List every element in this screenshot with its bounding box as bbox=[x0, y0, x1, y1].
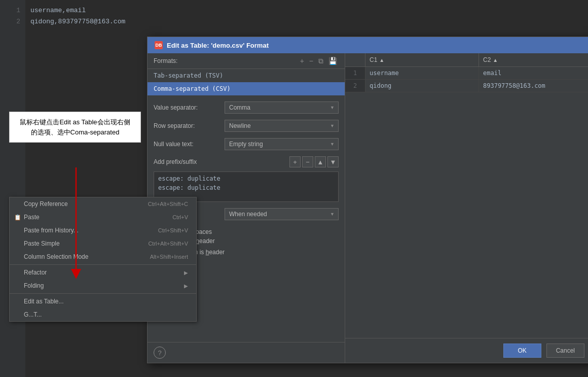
prefix-suffix-toolbar: + − ▲ ▼ bbox=[289, 156, 339, 167]
dialog-bottom-bar: OK Cancel bbox=[345, 338, 588, 363]
code-text-2: qidong,893797758@163.com bbox=[30, 18, 125, 25]
td-row-2-num: 2 bbox=[345, 80, 365, 92]
paste-icon: 📋 bbox=[14, 214, 22, 221]
formats-header: Formats: + − ⧉ 💾 bbox=[148, 53, 345, 69]
menu-item-edit-as-table[interactable]: Edit as Table... bbox=[10, 295, 196, 308]
dialog-app-icon: DB bbox=[156, 43, 162, 48]
null-value-row: Null value text: Empty string NULL bbox=[154, 138, 339, 150]
menu-item-refactor-label: Refactor bbox=[24, 269, 47, 276]
td-row-2-c2[interactable]: 893797758@163.com bbox=[479, 80, 588, 92]
menu-item-paste-simple-shortcut: Ctrl+Alt+Shift+V bbox=[148, 241, 188, 247]
null-value-select[interactable]: Empty string NULL bbox=[225, 138, 339, 150]
menu-item-paste-history-shortcut: Ctrl+Shift+V bbox=[158, 227, 188, 233]
format-item-tsv[interactable]: Tab-separated (TSV) bbox=[148, 69, 345, 82]
menu-item-folding-label: Folding bbox=[24, 282, 44, 289]
value-separator-select-wrapper: Comma Tab Semicolon bbox=[225, 101, 339, 114]
value-separator-select[interactable]: Comma Tab Semicolon bbox=[225, 101, 339, 114]
annotation-text: 鼠标右键点击Edit as Table会出现右侧的选项、选中Coma-separ… bbox=[20, 118, 130, 136]
th-c1[interactable]: C1 ▲ bbox=[365, 53, 479, 66]
format-item-csv[interactable]: Comma-separated (CSV) bbox=[148, 82, 345, 95]
menu-item-paste[interactable]: 📋 Paste Ctrl+V bbox=[10, 211, 196, 224]
formats-copy-button[interactable]: ⧉ bbox=[317, 57, 325, 64]
menu-item-goto[interactable]: G...T... bbox=[10, 308, 196, 321]
help-button[interactable]: ? bbox=[154, 347, 166, 359]
dialog-title-text: Edit as Table: 'demo.csv' Format bbox=[167, 42, 269, 49]
table-body: 1 username email 2 qidong 893797758@163.… bbox=[345, 67, 588, 338]
line-number-2: 2 bbox=[0, 16, 25, 27]
code-line-2: qidong,893797758@163.com bbox=[30, 16, 583, 27]
quotes-select[interactable]: When needed Always Never bbox=[225, 208, 339, 220]
td-row-1-num: 1 bbox=[345, 67, 365, 79]
formats-toolbar: + − ⧉ 💾 bbox=[299, 57, 339, 64]
prefix-remove-button[interactable]: − bbox=[302, 156, 313, 167]
refactor-arrow-icon: ▶ bbox=[184, 270, 188, 276]
cancel-button[interactable]: Cancel bbox=[546, 344, 584, 358]
code-text-1: username,email bbox=[30, 7, 86, 14]
dialog-right-panel: C1 ▲ C2 ▲ 1 username email 2 qidong bbox=[345, 53, 588, 363]
menu-item-paste-label: Paste bbox=[24, 214, 40, 221]
menu-item-paste-simple[interactable]: Paste Simple Ctrl+Alt+Shift+V bbox=[10, 237, 196, 250]
th-row-num bbox=[345, 53, 365, 66]
ok-button[interactable]: OK bbox=[503, 344, 541, 358]
menu-item-paste-history[interactable]: Paste from History... Ctrl+Shift+V bbox=[10, 224, 196, 237]
prefix-down-button[interactable]: ▼ bbox=[327, 156, 339, 167]
formats-remove-button[interactable]: − bbox=[308, 57, 315, 64]
td-row-1-c1[interactable]: username bbox=[365, 67, 479, 79]
menu-separator-1 bbox=[10, 264, 196, 265]
formats-label: Formats: bbox=[154, 57, 177, 64]
row-separator-label: Row separator: bbox=[154, 122, 225, 129]
formats-save-button[interactable]: 💾 bbox=[327, 57, 339, 64]
menu-item-refactor[interactable]: Refactor ▶ bbox=[10, 266, 196, 279]
table-row-2: 2 qidong 893797758@163.com bbox=[345, 80, 588, 92]
prefix-item-1: escape: duplicate bbox=[156, 174, 336, 183]
prefix-suffix-header: Add prefix/suffix + − ▲ ▼ bbox=[154, 156, 339, 167]
th-c2[interactable]: C2 ▲ bbox=[479, 53, 588, 66]
dialog: DB Edit as Table: 'demo.csv' Format Form… bbox=[147, 37, 588, 363]
td-row-1-c2[interactable]: email bbox=[479, 67, 588, 79]
value-separator-row: Value separator: Comma Tab Semicolon bbox=[154, 101, 339, 114]
prefix-up-button[interactable]: ▲ bbox=[315, 156, 326, 167]
menu-item-column-selection-shortcut: Alt+Shift+Insert bbox=[150, 254, 188, 260]
annotation-box: 鼠标右键点击Edit as Table会出现右侧的选项、选中Coma-separ… bbox=[9, 112, 141, 143]
menu-item-copy-reference-shortcut: Ctrl+Alt+Shift+C bbox=[148, 201, 188, 207]
table-header: C1 ▲ C2 ▲ bbox=[345, 53, 588, 67]
td-row-2-c1[interactable]: qidong bbox=[365, 80, 479, 92]
table-row-1: 1 username email bbox=[345, 67, 588, 80]
formats-add-button[interactable]: + bbox=[299, 57, 306, 64]
dialog-title-bar: DB Edit as Table: 'demo.csv' Format bbox=[148, 37, 588, 53]
menu-item-paste-shortcut: Ctrl+V bbox=[172, 214, 188, 220]
dialog-body: Formats: + − ⧉ 💾 Tab-separated (TSV) Com… bbox=[148, 53, 588, 363]
row-separator-select[interactable]: Newline CR+LF bbox=[225, 120, 339, 132]
context-menu: Copy Reference Ctrl+Alt+Shift+C 📋 Paste … bbox=[9, 197, 197, 322]
menu-item-copy-reference[interactable]: Copy Reference Ctrl+Alt+Shift+C bbox=[10, 197, 196, 211]
menu-item-paste-simple-label: Paste Simple bbox=[24, 240, 60, 247]
red-arrow bbox=[66, 167, 86, 282]
prefix-suffix-title: Add prefix/suffix bbox=[154, 158, 197, 165]
row-separator-select-wrapper: Newline CR+LF bbox=[225, 120, 339, 132]
menu-item-folding[interactable]: Folding ▶ bbox=[10, 279, 196, 292]
th-c2-sort-icon: ▲ bbox=[493, 57, 498, 63]
null-value-select-wrapper: Empty string NULL bbox=[225, 138, 339, 150]
line-number-1: 1 bbox=[0, 5, 25, 16]
code-line-1: username,email bbox=[30, 5, 583, 16]
th-c2-label: C2 bbox=[483, 56, 491, 63]
dialog-footer-left: ? bbox=[148, 342, 345, 363]
prefix-add-button[interactable]: + bbox=[289, 156, 301, 167]
menu-item-goto-label: G...T... bbox=[24, 311, 42, 318]
format-list: Tab-separated (TSV) Comma-separated (CSV… bbox=[148, 69, 345, 95]
prefix-item-2: escape: duplicate bbox=[156, 183, 336, 192]
row-separator-row: Row separator: Newline CR+LF bbox=[154, 120, 339, 132]
dialog-title-icon: DB bbox=[155, 41, 163, 49]
menu-item-edit-as-table-label: Edit as Table... bbox=[24, 298, 64, 305]
menu-item-copy-reference-label: Copy Reference bbox=[24, 200, 68, 208]
quotes-select-wrapper: When needed Always Never bbox=[225, 208, 339, 220]
folding-arrow-icon: ▶ bbox=[184, 283, 188, 289]
menu-item-column-selection[interactable]: Column Selection Mode Alt+Shift+Insert bbox=[10, 250, 196, 263]
th-c1-label: C1 bbox=[370, 56, 377, 63]
null-value-label: Null value text: bbox=[154, 141, 225, 148]
value-separator-label: Value separator: bbox=[154, 104, 225, 111]
menu-separator-2 bbox=[10, 293, 196, 294]
th-c1-sort-icon: ▲ bbox=[379, 57, 384, 63]
